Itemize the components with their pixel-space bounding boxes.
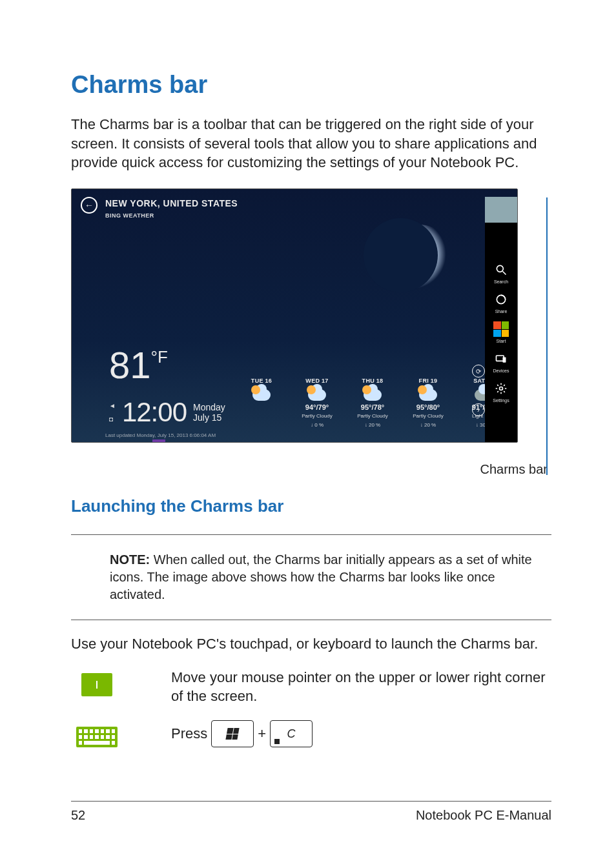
svg-rect-3	[497, 356, 504, 361]
forecast-hilo: 94°/79°	[305, 403, 329, 411]
charm-label: Start	[497, 339, 506, 343]
note-box: NOTE: When called out, the Charms bar in…	[110, 551, 551, 603]
forecast-rain: ↓ 20 %	[365, 422, 380, 428]
back-button[interactable]: ←	[81, 197, 98, 214]
cloud-icon	[419, 389, 437, 401]
forecast-hilo: 95°/78°	[361, 403, 384, 411]
svg-line-1	[503, 272, 506, 275]
keyboard-icon	[71, 720, 123, 754]
charm-label: Settings	[493, 398, 509, 403]
intro-paragraph: The Charms bar is a toolbar that can be …	[71, 115, 551, 172]
svg-point-5	[499, 387, 502, 390]
forecast-day: TUE 16	[238, 378, 285, 428]
forecast-day: WED 17 94°/79° Partly Cloudy ↓ 0 %	[294, 378, 340, 428]
time-arrows: ◄◘	[109, 402, 116, 423]
temp-value: 81	[109, 344, 151, 386]
charm-start[interactable]: Start	[493, 321, 509, 343]
search-icon	[493, 262, 509, 278]
forecast-day: THU 18 95°/78° Partly Cloudy ↓ 20 %	[349, 378, 396, 428]
forecast-day: FRI 19 95°/80° Partly Cloudy ↓ 20 %	[405, 378, 451, 428]
devices-icon	[493, 351, 509, 367]
clock-block: ◄◘ 12:00 Monday July 15	[109, 397, 225, 428]
instruction-text: Use your Notebook PC's touchpad, or keyb…	[71, 634, 551, 654]
charm-label: Share	[495, 309, 508, 314]
moon-icon	[382, 225, 456, 299]
temp-unit: °F	[151, 347, 168, 367]
c-key: C	[270, 720, 313, 747]
sun-icon	[251, 385, 260, 394]
forecast-desc: Partly Cloudy	[357, 414, 388, 419]
forecast-desc: Partly Cloudy	[413, 414, 444, 419]
app-subtitle: BING WEATHER	[105, 212, 154, 219]
forecast-label: FRI 19	[419, 378, 438, 384]
doc-title: Notebook PC E-Manual	[416, 808, 551, 823]
svg-rect-4	[503, 358, 506, 363]
forecast-rain: ↓ 20 %	[420, 422, 436, 428]
press-label: Press	[171, 724, 207, 743]
cloud-icon	[364, 389, 382, 401]
location-title: NEW YORK, UNITED STATES	[105, 198, 238, 208]
svg-point-0	[497, 265, 503, 272]
forecast-desc: Partly Cloudy	[302, 414, 333, 419]
cloud-icon	[252, 389, 271, 401]
callout-line	[546, 197, 548, 475]
charms-bar: Search Share Start Devices	[485, 223, 517, 442]
forecast-label: TUE 16	[251, 378, 272, 384]
charm-label: Devices	[493, 368, 509, 373]
c-key-label: C	[287, 726, 296, 742]
sun-icon	[362, 385, 371, 394]
cloud-icon	[308, 389, 326, 401]
forecast-rain: ↓ 0 %	[311, 422, 323, 428]
weather-app-screenshot: ← NEW YORK, UNITED STATES BING WEATHER 8…	[71, 188, 518, 443]
charm-share[interactable]: Share	[493, 292, 509, 314]
progress-marker	[152, 439, 165, 442]
section-heading: Launching the Charms bar	[71, 496, 551, 516]
charm-label: Search	[494, 279, 508, 284]
sun-icon	[418, 385, 427, 394]
note-label: NOTE:	[110, 552, 150, 567]
sun-icon	[307, 385, 316, 394]
forecast-label: THU 18	[362, 378, 384, 384]
plus-label: +	[258, 724, 266, 743]
charm-devices[interactable]: Devices	[493, 351, 509, 373]
date-value: July 15	[193, 412, 225, 423]
forecast-hilo: 95°/80°	[416, 403, 440, 411]
day-date: Monday July 15	[193, 402, 225, 423]
divider	[71, 620, 551, 620]
windows-key	[211, 720, 254, 747]
current-temperature: 81°F	[109, 343, 168, 387]
page-number: 52	[71, 808, 85, 823]
charm-search[interactable]: Search	[493, 262, 509, 284]
scroll-down-button[interactable]: ›	[472, 403, 485, 416]
scroll-up-button[interactable]: ⟳	[472, 365, 485, 378]
page-footer: 52 Notebook PC E-Manual	[71, 801, 551, 823]
start-icon	[493, 321, 509, 337]
charm-settings[interactable]: Settings	[493, 381, 509, 403]
screenshot-figure: ← NEW YORK, UNITED STATES BING WEATHER 8…	[71, 188, 551, 443]
touchpad-method-text: Move your mouse pointer on the upper or …	[171, 668, 551, 706]
forecast-label: WED 17	[305, 378, 328, 384]
method-keyboard-row: Press + C	[71, 720, 551, 754]
figure-caption: Charms bar	[71, 462, 548, 477]
fn-indicator-icon	[274, 739, 280, 744]
touchpad-icon	[71, 668, 123, 701]
keyboard-method-text: Press + C	[171, 720, 551, 747]
page-heading: Charms bar	[71, 71, 551, 99]
last-updated: Last updated Monday, July 15, 2013 6:06:…	[105, 432, 216, 438]
document-page: Charms bar The Charms bar is a toolbar t…	[0, 0, 616, 868]
windows-logo-icon	[226, 728, 240, 740]
day-name: Monday	[193, 402, 225, 412]
share-icon	[493, 292, 509, 307]
settings-icon	[493, 381, 509, 396]
note-text: When called out, the Charms bar initiall…	[110, 552, 532, 601]
forecast-row: TUE 16 WED 17 94°/79° Partly Cloudy ↓ 0 …	[238, 378, 507, 428]
time-value: 12:00	[122, 397, 187, 428]
method-touchpad-row: Move your mouse pointer on the upper or …	[71, 668, 551, 706]
divider	[71, 534, 551, 535]
